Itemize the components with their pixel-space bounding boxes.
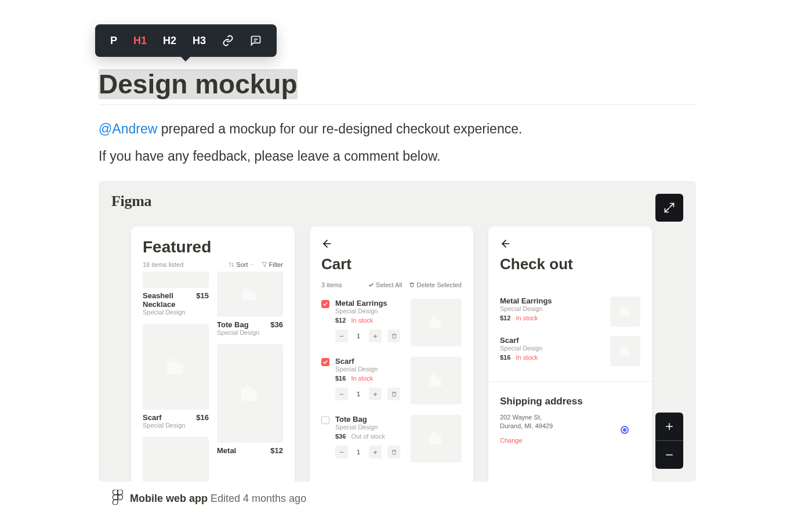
qty-value: 1 [351,332,365,339]
qty-minus[interactable]: − [335,330,348,342]
separator [488,381,652,382]
cart-heading: Cart [321,255,462,273]
product-name: Scarf [143,413,162,422]
paragraph-2[interactable]: If you have any feedback, please leave a… [99,146,696,167]
formatting-toolbar: P H1 H2 H3 [95,24,277,57]
shipping-address: 202 Wayne St, Durand, MI, 48429 [500,413,640,431]
mockup-cart: Cart 3 items Select All Delete Selected [310,226,473,482]
qty-plus[interactable]: + [369,388,382,400]
product-name: Seashell Necklace [143,291,196,309]
product-sub: Special Design [217,329,283,336]
trash-icon[interactable] [387,388,400,400]
product-name: Tote Bag [217,320,249,329]
shipping-title: Shipping address [500,396,640,407]
mockup-featured: Featured 18 items listed Sort Filter [131,226,295,482]
checkout-item-name: Metal Earrings [500,296,610,305]
qty-minus[interactable]: − [335,446,348,458]
featured-heading: Featured [143,238,283,256]
select-all-button[interactable]: Select All [368,281,402,288]
embed-file-name[interactable]: Mobile web app [130,493,208,504]
sort-button[interactable]: Sort [229,261,254,268]
product-image-placeholder[interactable] [143,324,209,410]
product-price: $16 [196,413,209,422]
embed-title: Figma [111,193,151,210]
product-image-placeholder[interactable] [217,344,283,443]
radio-selected[interactable] [621,426,629,434]
plus-icon [664,421,675,432]
figma-logo-icon [113,490,123,508]
qty-minus[interactable]: − [335,388,348,400]
product-price: $12 [270,446,283,455]
filter-button[interactable]: Filter [262,261,283,268]
product-image-placeholder[interactable] [143,437,209,482]
checkout-heading: Check out [500,255,640,273]
checkbox-checked[interactable] [321,358,329,366]
expand-icon [664,202,675,214]
embed-edited-meta-text: Edited 4 months ago [211,493,306,504]
mockup-checkout: Check out Metal Earrings Special Design … [488,226,652,482]
checkbox-unchecked[interactable] [321,416,329,424]
checkout-item-sub: Special Design [500,305,610,312]
page-title[interactable]: Design mockup [99,68,298,100]
product-sub: Special Design [143,309,209,316]
checkout-item-thumb[interactable] [610,296,640,327]
figma-embed: Figma Featured 18 items listed Sort [99,181,696,482]
comment-icon[interactable] [242,30,270,51]
link-icon[interactable] [214,30,242,51]
back-arrow-icon[interactable] [500,238,640,252]
product-name: Metal [217,446,236,455]
qty-plus[interactable]: + [369,330,382,342]
format-h3[interactable]: H3 [184,30,214,52]
checkbox-checked[interactable] [321,300,329,308]
minus-icon [664,450,675,460]
document: Design mockup @Andrew prepared a mockup … [99,0,696,508]
change-address-link[interactable]: Change [500,437,640,444]
mention-andrew[interactable]: @Andrew [99,121,157,136]
cart-item-thumb[interactable] [411,357,462,404]
trash-icon[interactable] [387,330,400,342]
cart-item: Scarf Special Design $16·In stock − 1 + [321,357,462,404]
paragraph-1[interactable]: @Andrew prepared a mockup for our re-des… [99,119,696,139]
expand-button[interactable] [655,194,683,222]
checkout-item-name: Scarf [500,336,610,345]
featured-count: 18 items listed [143,261,183,268]
product-image-placeholder[interactable] [217,272,283,317]
delete-selected-button[interactable]: Delete Selected [409,281,462,288]
trash-icon[interactable] [387,446,400,458]
format-paragraph[interactable]: P [102,30,125,52]
paragraph-1-rest: prepared a mockup for our re-designed ch… [157,121,522,136]
divider [99,104,696,105]
embed-footer: Mobile web app Edited 4 months ago [113,490,696,508]
product-price: $36 [270,320,283,329]
format-h2[interactable]: H2 [155,30,184,52]
cart-item-name: Scarf [335,357,405,366]
format-h1[interactable]: H1 [125,30,155,52]
cart-item-name: Metal Earrings [335,299,405,308]
back-arrow-icon[interactable] [321,238,462,252]
cart-item-thumb[interactable] [411,415,462,462]
qty-plus[interactable]: + [369,446,382,458]
qty-value: 1 [351,449,365,455]
qty-value: 1 [351,390,365,397]
checkout-item-thumb[interactable] [610,336,640,366]
cart-item: Tote Bag Special Design $36·Out of stock… [321,415,462,462]
zoom-out-button[interactable] [655,441,683,469]
cart-item-sub: Special Design [335,308,405,314]
cart-item-thumb[interactable] [411,299,462,346]
cart-item-sub: Special Design [335,366,405,373]
product-image-placeholder[interactable] [143,272,209,288]
cart-item-name: Tote Bag [335,415,405,424]
zoom-in-button[interactable] [655,413,683,440]
zoom-controls [655,413,683,469]
cart-item-sub: Special Design [335,424,405,431]
checkout-item-sub: Special Design [500,345,610,352]
product-sub: Special Design [143,422,209,429]
product-price: $15 [196,291,209,300]
cart-count: 3 items [321,281,342,288]
cart-item: Metal Earrings Special Design $12·In sto… [321,299,462,346]
